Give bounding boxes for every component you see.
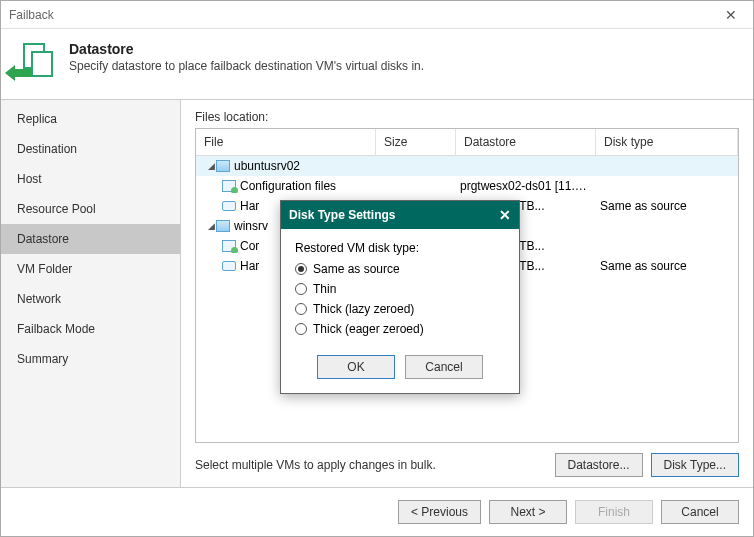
cell-name: Har (240, 259, 259, 273)
dialog-footer: OK Cancel (281, 345, 519, 393)
dialog-titlebar: Disk Type Settings ✕ (281, 201, 519, 229)
titlebar: Failback ✕ (1, 1, 753, 29)
col-disk-type[interactable]: Disk type (596, 129, 738, 155)
sidebar: Replica Destination Host Resource Pool D… (1, 100, 181, 487)
disk-icon (222, 201, 236, 211)
sidebar-item-summary[interactable]: Summary (1, 344, 180, 374)
cancel-button[interactable]: Cancel (661, 500, 739, 524)
files-location-label: Files location: (195, 110, 739, 124)
close-icon[interactable]: ✕ (499, 207, 511, 223)
table-row[interactable]: ◢ubuntusrv02 (196, 156, 738, 176)
radio-icon (295, 283, 307, 295)
cell-disk-type: Same as source (596, 259, 738, 273)
cell-name: Har (240, 199, 259, 213)
radio-thick-eager[interactable]: Thick (eager zeroed) (295, 319, 505, 339)
previous-button[interactable]: < Previous (398, 500, 481, 524)
vm-icon (216, 160, 230, 172)
bulk-row: Select multiple VMs to apply changes in … (195, 453, 739, 477)
sidebar-item-vm-folder[interactable]: VM Folder (1, 254, 180, 284)
cancel-button[interactable]: Cancel (405, 355, 483, 379)
sidebar-item-failback-mode[interactable]: Failback Mode (1, 314, 180, 344)
datastore-button[interactable]: Datastore... (555, 453, 643, 477)
vm-icon (216, 220, 230, 232)
page-title: Datastore (69, 41, 424, 57)
sidebar-item-replica[interactable]: Replica (1, 104, 180, 134)
disk-type-button[interactable]: Disk Type... (651, 453, 739, 477)
disk-icon (222, 261, 236, 271)
sidebar-item-resource-pool[interactable]: Resource Pool (1, 194, 180, 224)
dialog-prompt: Restored VM disk type: (295, 241, 505, 255)
col-file[interactable]: File (196, 129, 376, 155)
page-subtitle: Specify datastore to place failback dest… (69, 59, 424, 73)
config-icon (222, 180, 236, 192)
header-text: Datastore Specify datastore to place fai… (69, 41, 424, 73)
bulk-text: Select multiple VMs to apply changes in … (195, 458, 547, 472)
cell-name: ubuntusrv02 (234, 159, 300, 173)
grid-header: File Size Datastore Disk type (196, 129, 738, 156)
radio-label: Thick (eager zeroed) (313, 322, 424, 336)
config-icon (222, 240, 236, 252)
radio-label: Thick (lazy zeroed) (313, 302, 414, 316)
footer: < Previous Next > Finish Cancel (1, 487, 753, 536)
radio-label: Same as source (313, 262, 400, 276)
radio-icon (295, 323, 307, 335)
cell-datastore: prgtwesx02-ds01 [11.4 TB... (456, 179, 596, 193)
next-button[interactable]: Next > (489, 500, 567, 524)
cell-name: winsrv (234, 219, 268, 233)
sidebar-item-datastore[interactable]: Datastore (1, 224, 180, 254)
sidebar-item-network[interactable]: Network (1, 284, 180, 314)
dialog-body: Restored VM disk type: Same as source Th… (281, 229, 519, 345)
chevron-down-icon[interactable]: ◢ (206, 161, 216, 171)
table-row[interactable]: Configuration files prgtwesx02-ds01 [11.… (196, 176, 738, 196)
radio-same-as-source[interactable]: Same as source (295, 259, 505, 279)
radio-icon (295, 303, 307, 315)
close-icon[interactable]: ✕ (717, 7, 745, 23)
sidebar-item-destination[interactable]: Destination (1, 134, 180, 164)
window-title: Failback (9, 8, 717, 22)
cell-name: Configuration files (240, 179, 336, 193)
chevron-down-icon[interactable]: ◢ (206, 221, 216, 231)
radio-thin[interactable]: Thin (295, 279, 505, 299)
finish-button: Finish (575, 500, 653, 524)
ok-button[interactable]: OK (317, 355, 395, 379)
header: Datastore Specify datastore to place fai… (1, 29, 753, 100)
sidebar-item-host[interactable]: Host (1, 164, 180, 194)
radio-icon (295, 263, 307, 275)
col-size[interactable]: Size (376, 129, 456, 155)
disk-type-settings-dialog: Disk Type Settings ✕ Restored VM disk ty… (280, 200, 520, 394)
cell-name: Cor (240, 239, 259, 253)
datastore-icon (15, 43, 57, 85)
cell-disk-type: Same as source (596, 199, 738, 213)
radio-label: Thin (313, 282, 336, 296)
dialog-title: Disk Type Settings (289, 208, 395, 222)
col-datastore[interactable]: Datastore (456, 129, 596, 155)
radio-thick-lazy[interactable]: Thick (lazy zeroed) (295, 299, 505, 319)
